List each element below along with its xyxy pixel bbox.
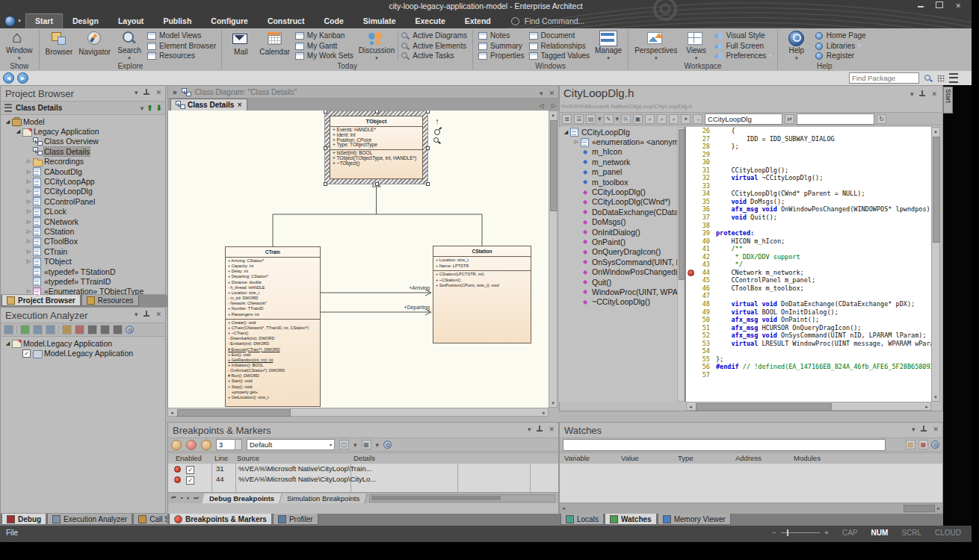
- scroll-down-icon[interactable]: ▾: [932, 393, 939, 401]
- expand-icon[interactable]: ▷: [25, 208, 33, 214]
- new-set-icon[interactable]: ▢: [339, 440, 349, 449]
- ribbon-tab-design[interactable]: Design: [63, 13, 108, 28]
- scrollbar-track[interactable]: [369, 494, 555, 503]
- expand-icon[interactable]: ▷: [25, 188, 33, 194]
- edit-script-icon[interactable]: [33, 325, 43, 335]
- pin-icon[interactable]: [537, 426, 543, 433]
- active-diagrams-button[interactable]: Active Diagrams: [401, 31, 467, 40]
- resources-button[interactable]: Resources: [147, 51, 216, 60]
- model-views-button[interactable]: Model Views: [147, 31, 216, 40]
- scroll-up-icon[interactable]: ▴: [549, 111, 557, 119]
- selection-handle[interactable]: [426, 111, 430, 113]
- uml-class-tobject[interactable]: TObject+ Events: HANDLE*+ Ident: int+ Po…: [330, 116, 423, 179]
- ribbon-tab-layout[interactable]: Layout: [108, 13, 153, 28]
- collapse-icon[interactable]: ◢: [14, 128, 22, 134]
- navigate-up-icon[interactable]: ⬆: [146, 104, 152, 112]
- ribbon-tab-code[interactable]: Code: [314, 13, 353, 28]
- perspectives-button[interactable]: Perspectives▾: [631, 29, 680, 62]
- find-command[interactable]: Find Command...: [511, 13, 585, 28]
- tab-execution-analyzer[interactable]: Execution Analyzer: [47, 514, 132, 525]
- matrix-icon[interactable]: [937, 75, 945, 82]
- paste-icon[interactable]: ▣: [633, 114, 643, 124]
- menu-icon[interactable]: [949, 73, 958, 83]
- structure-tree-item[interactable]: ◆Quit(): [559, 277, 677, 287]
- slider-track[interactable]: [781, 532, 820, 533]
- tagged-values-button[interactable]: Tagged Values: [529, 51, 590, 60]
- expand-icon[interactable]: ▷: [25, 249, 33, 255]
- debug-icon[interactable]: [100, 325, 110, 335]
- help-button[interactable]: Help▾: [781, 29, 812, 62]
- restore-button[interactable]: [936, 1, 943, 10]
- structure-tree-item[interactable]: ◆DoDataExchange(CDataExchange*): [559, 207, 677, 217]
- new-script-icon[interactable]: [20, 325, 30, 335]
- scrollbar-thumb[interactable]: [679, 129, 685, 280]
- project-tree-item[interactable]: ▷CControlPanel: [1, 196, 165, 206]
- pin-icon[interactable]: [143, 89, 149, 96]
- expand-icon[interactable]: ▷: [25, 158, 33, 164]
- home-page-button[interactable]: Home Page: [815, 31, 866, 40]
- views-button[interactable]: Views▾: [680, 29, 711, 62]
- expand-icon[interactable]: ▷: [25, 228, 33, 234]
- breakpoint-marker[interactable]: [688, 270, 694, 276]
- scrollbar-thumb[interactable]: [371, 496, 501, 500]
- close-tab-icon[interactable]: ✕: [237, 102, 242, 108]
- analyzer-tree-item[interactable]: ✓Model.Legacy Application: [1, 348, 165, 358]
- find-icon[interactable]: ⌕: [645, 114, 655, 124]
- analyzer-tree-item[interactable]: ◢Model.Legacy Application: [1, 338, 165, 348]
- analyzer-scripts-icon[interactable]: [4, 325, 13, 335]
- expand-icon[interactable]: ▷: [25, 288, 33, 294]
- minimize-button[interactable]: [918, 2, 924, 10]
- project-tree-item[interactable]: «typedef» TStationD: [1, 267, 165, 276]
- zoom-in-icon[interactable]: +: [824, 529, 829, 537]
- diagram-canvas[interactable]: +Arriving+DepartingTObject+ Events: HAND…: [167, 111, 549, 408]
- ribbon-tab-extend[interactable]: Extend: [455, 13, 501, 28]
- structure-tree-item[interactable]: ◆OnInitDialog(): [559, 227, 677, 237]
- pin-icon[interactable]: [921, 426, 927, 433]
- class-combo[interactable]: CCityLoopDlg: [705, 113, 782, 125]
- expand-icon[interactable]: ▷: [25, 178, 33, 184]
- discussion-button[interactable]: Discussion▾: [356, 29, 398, 62]
- project-tree-item[interactable]: ▷CCityLoopApp: [1, 176, 165, 186]
- remove-watch-icon[interactable]: ▦: [918, 440, 928, 449]
- test-icon[interactable]: [113, 325, 123, 335]
- structure-tree-item[interactable]: ◆m_panel: [559, 167, 677, 177]
- edit-icon[interactable]: ✎: [604, 114, 614, 124]
- tab-locals[interactable]: Locals: [560, 514, 604, 525]
- close-icon[interactable]: ✕: [155, 88, 161, 97]
- expand-icon[interactable]: ▷: [25, 238, 33, 244]
- close-button[interactable]: ✕: [955, 2, 961, 10]
- selection-handle[interactable]: [324, 182, 327, 186]
- run-icon[interactable]: [87, 325, 97, 335]
- collapse-icon[interactable]: ◢: [4, 340, 12, 346]
- member-combo[interactable]: [797, 113, 874, 125]
- tab-profiler[interactable]: Profiler: [273, 514, 318, 525]
- project-tree-item[interactable]: ▷CAboutDlg: [1, 167, 165, 176]
- my-kanban-button[interactable]: My Kanban: [295, 31, 353, 40]
- ribbon-tab-publish[interactable]: Publish: [153, 13, 201, 28]
- watches-hscrollbar[interactable]: ◂ ▸: [560, 503, 942, 514]
- ribbon-tab-execute[interactable]: Execute: [405, 13, 454, 28]
- find-replace-icon[interactable]: ⌕: [657, 114, 667, 124]
- element-browser-button[interactable]: Element Browser: [147, 41, 216, 51]
- ribbon-tab-start[interactable]: Start: [25, 13, 63, 28]
- ribbon-tab-configure[interactable]: Configure: [201, 13, 258, 28]
- slider-thumb[interactable]: [787, 529, 788, 536]
- move-arrow-icon[interactable]: ↑: [435, 117, 439, 125]
- code-editor[interactable]: 26 {27 IDD = IDD_SUBWAY_DIALOG28 };29303…: [686, 127, 931, 402]
- tab-memory-viewer[interactable]: Memory Viewer: [658, 514, 731, 525]
- quicklink-icon[interactable]: [434, 128, 441, 134]
- scrollbar-thumb[interactable]: [177, 409, 291, 417]
- project-tree-item[interactable]: «typedef» TTrainID: [1, 276, 165, 286]
- project-tree-item[interactable]: ▷CTrain: [1, 246, 165, 256]
- navigate-down-icon[interactable]: ⬇: [156, 104, 162, 112]
- selection-handle[interactable]: [324, 146, 327, 150]
- scroll-down-icon[interactable]: ▾: [549, 399, 557, 407]
- layout-icon[interactable]: ▦: [362, 440, 371, 449]
- structure-tree-item[interactable]: ◆WindowProc(UINT, WPARAM, LPARAM): [559, 287, 677, 296]
- copy-icon[interactable]: ⎘: [621, 114, 631, 124]
- hamburger-icon[interactable]: [4, 104, 12, 111]
- mail-button[interactable]: Mail: [225, 29, 256, 62]
- search-button[interactable]: Search▾: [114, 29, 145, 62]
- tab-project-browser[interactable]: Project Browser: [1, 295, 81, 306]
- vertical-tab-start[interactable]: Start: [943, 87, 953, 113]
